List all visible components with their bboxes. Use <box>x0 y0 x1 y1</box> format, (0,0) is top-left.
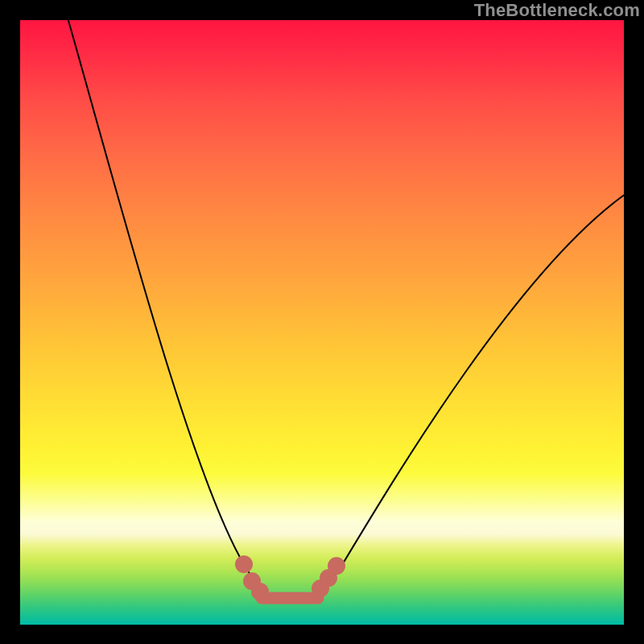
markers-group <box>235 555 345 601</box>
bottleneck-curve <box>66 12 625 601</box>
chart-frame: TheBottleneck.com <box>0 0 644 644</box>
marker-point <box>328 557 345 575</box>
curve-layer <box>20 20 624 625</box>
marker-point <box>235 555 253 573</box>
plot-area <box>20 20 624 625</box>
marker-point <box>251 583 269 601</box>
watermark-text: TheBottleneck.com <box>474 0 640 21</box>
